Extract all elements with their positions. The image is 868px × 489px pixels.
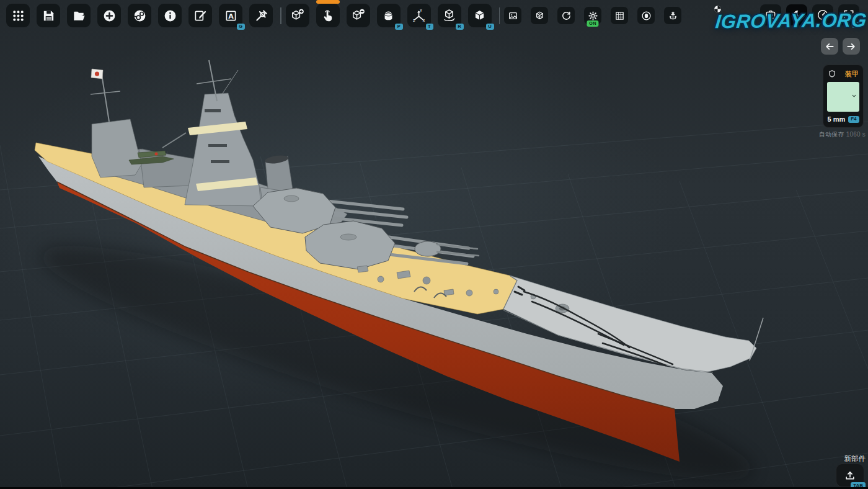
history-controls	[821, 38, 860, 55]
app-menu-button[interactable]	[6, 4, 30, 27]
new-add-button[interactable]	[97, 4, 121, 27]
solid-cube-icon	[472, 9, 487, 23]
shield-icon	[828, 69, 836, 79]
camera-icon	[641, 11, 652, 21]
translate-axes-button[interactable]: YZXT	[407, 4, 431, 27]
hotkey-badge: G	[237, 24, 245, 30]
night-mode-button[interactable]	[786, 4, 807, 25]
gauge-button[interactable]	[812, 4, 833, 25]
select-tool-button[interactable]	[316, 4, 340, 27]
redo-button[interactable]	[843, 38, 860, 55]
rotate-block-button[interactable]: R	[438, 4, 461, 27]
hotkey-badge: F4	[848, 116, 859, 123]
scene-canvas[interactable]	[0, 0, 868, 489]
save-button[interactable]	[37, 4, 60, 27]
open-folder-button[interactable]	[67, 4, 91, 27]
hotkey-badge: R	[456, 24, 464, 30]
mirror-tool-button[interactable]: U	[468, 4, 492, 27]
viewport-3d[interactable]	[0, 0, 868, 489]
center-of-mass-icon	[713, 4, 722, 14]
toolbar-separator	[499, 7, 500, 24]
moon-icon	[790, 9, 803, 21]
armor-panel-title: 装甲	[845, 70, 859, 79]
svg-text:X: X	[423, 18, 425, 22]
gauge-icon	[817, 9, 829, 21]
svg-text:A: A	[228, 12, 234, 20]
ui-layout-button[interactable]: F3	[838, 4, 859, 25]
grid-snap-button[interactable]	[611, 7, 628, 24]
bow-jackstaff	[750, 318, 763, 361]
armor-material-swatch[interactable]	[827, 82, 859, 112]
autosave-label: 自动保存	[819, 131, 844, 138]
remove-block-button[interactable]	[347, 4, 370, 27]
right-arrow-icon	[846, 42, 856, 52]
hand-select-icon	[321, 9, 335, 23]
add-block-button[interactable]	[286, 4, 309, 27]
build-tools-button[interactable]	[249, 4, 273, 27]
info-button[interactable]	[158, 4, 182, 27]
hotkey-badge: T	[426, 24, 433, 30]
hammer-wrench-icon	[254, 9, 268, 23]
edit-pencil-icon	[193, 9, 208, 23]
chevron-down-icon	[850, 92, 858, 100]
screenshot-icon	[764, 9, 777, 21]
state-badge: ON	[587, 20, 599, 27]
screenshot-button[interactable]	[760, 4, 781, 25]
armor-thickness-value: 5 mm	[827, 115, 845, 123]
dice-cube-icon	[534, 11, 545, 21]
flag-red-dot	[95, 71, 99, 76]
autosave-countdown: 1060 s	[846, 131, 866, 138]
gear-icon	[588, 11, 598, 21]
text-tool-icon: A	[224, 9, 238, 23]
cube-rotate-icon	[442, 9, 456, 23]
camera-button[interactable]	[637, 7, 655, 24]
toolbar-separator	[280, 7, 281, 24]
steam-workshop-button[interactable]	[128, 4, 151, 27]
anchor-point-button[interactable]	[664, 7, 681, 24]
svg-text:Z: Z	[413, 18, 415, 22]
hotkey-badge: F3	[852, 22, 862, 29]
undo-button[interactable]	[821, 38, 838, 55]
app-menu-icon	[11, 9, 25, 23]
new-part-button[interactable]: TAB	[836, 464, 864, 487]
text-tool-button[interactable]: AG	[219, 4, 242, 27]
armor-panel-footer: 5 mm F4	[827, 115, 859, 123]
grid-icon	[614, 11, 625, 21]
cube-plus-icon	[290, 9, 304, 23]
paint-tool-button[interactable]: P	[377, 4, 401, 27]
steam-icon	[133, 9, 147, 23]
battleship-model[interactable]	[28, 60, 766, 489]
paint-bucket-icon	[381, 9, 396, 23]
armor-panel: 装甲 5 mm F4	[823, 65, 864, 128]
layout-frame-icon	[843, 9, 855, 21]
editor-window: AG P YZXT R U ON F3 IGROVAYA.ORG	[0, 0, 868, 489]
settings-button[interactable]: ON	[584, 7, 601, 24]
anchor-icon	[668, 11, 678, 21]
open-folder-icon	[72, 9, 86, 23]
rotate-arrow-icon	[561, 11, 572, 21]
block-dice-button[interactable]	[531, 7, 548, 24]
svg-text:Y: Y	[420, 9, 422, 12]
autosave-status: 自动保存 1060 s	[819, 130, 866, 139]
hotkey-badge: U	[486, 24, 494, 30]
cube-minus-icon	[351, 9, 365, 23]
image-icon	[508, 11, 518, 21]
edit-note-button[interactable]	[188, 4, 212, 27]
main-toolbar: AG P YZXT R U ON	[6, 4, 722, 27]
left-arrow-icon	[825, 42, 835, 52]
secondary-turret	[415, 241, 441, 256]
reset-rotation-button[interactable]	[557, 7, 575, 24]
hotkey-badge: P	[395, 24, 402, 30]
save-icon	[42, 9, 56, 23]
plus-circle-icon	[102, 9, 117, 23]
upload-arrow-icon	[844, 469, 856, 482]
xyz-axes-icon: YZX	[412, 9, 426, 23]
info-icon	[163, 9, 177, 23]
background-image-button[interactable]	[504, 7, 521, 24]
topright-toolbar: F3	[760, 4, 859, 25]
new-part-label: 新部件	[844, 454, 866, 464]
armor-panel-header: 装甲	[827, 69, 859, 79]
